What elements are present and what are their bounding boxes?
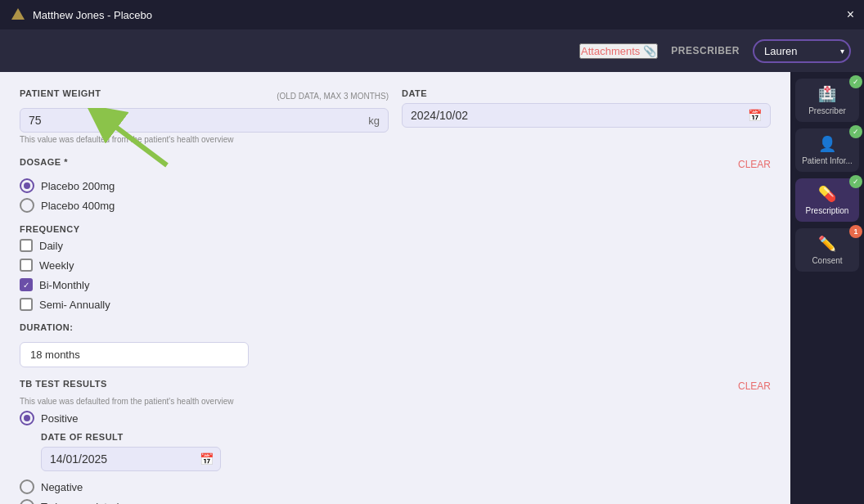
date-label: DATE xyxy=(402,88,771,98)
radio-item-placebo200[interactable]: Placebo 200mg xyxy=(20,178,771,193)
date-input[interactable] xyxy=(411,109,741,122)
weight-input[interactable] xyxy=(29,114,368,127)
patient-info-check-badge: ✓ xyxy=(849,125,862,138)
checkbox-weekly xyxy=(20,259,33,272)
prescriber-select[interactable]: Lauren Dr. Smith Dr. Jones xyxy=(753,39,851,63)
weight-header: PATIENT WEIGHT (OLD DATA, MAX 3 MONTHS) xyxy=(20,88,389,103)
radio-placebo200-label: Placebo 200mg xyxy=(41,180,115,192)
radio-positive-circle xyxy=(20,411,34,425)
checkbox-semiannually-label: Semi- Annually xyxy=(39,299,110,311)
tb-clear-button[interactable]: CLEAR xyxy=(738,380,771,392)
radio-item-positive[interactable]: Positive xyxy=(20,411,771,425)
tb-other-options: Negative To be completed xyxy=(20,479,771,504)
calendar-icon[interactable]: 📅 xyxy=(748,109,762,122)
dosage-section: DOSAGE * CLEAR Placebo 200mg Placebo 400… xyxy=(20,157,771,213)
frequency-section: FREQUENCY Daily Weekly Bi-Monthly xyxy=(20,224,771,311)
weight-unit: kg xyxy=(368,115,380,127)
dosage-radio-group: Placebo 200mg Placebo 400mg xyxy=(20,178,771,213)
content-area: PATIENT WEIGHT (OLD DATA, MAX 3 MONTHS) … xyxy=(0,72,790,504)
topbar: Matthew Jones - Placebo × xyxy=(0,0,864,29)
weight-section: PATIENT WEIGHT (OLD DATA, MAX 3 MONTHS) … xyxy=(20,88,389,144)
checkbox-item-weekly[interactable]: Weekly xyxy=(20,259,771,272)
prescription-check-badge: ✓ xyxy=(849,175,862,188)
checkbox-bimonthly-label: Bi-Monthly xyxy=(39,279,89,291)
checkbox-daily xyxy=(20,239,33,252)
patient-weight-label: PATIENT WEIGHT xyxy=(20,88,101,98)
dosage-header: DOSAGE * CLEAR xyxy=(20,157,771,172)
radio-placebo400-circle xyxy=(20,198,34,213)
weight-date-row: PATIENT WEIGHT (OLD DATA, MAX 3 MONTHS) … xyxy=(20,88,771,144)
radio-placebo400-label: Placebo 400mg xyxy=(41,200,115,212)
prescriber-icon: 🏥 xyxy=(818,85,836,103)
consent-notif-badge: 1 xyxy=(849,225,862,238)
attachments-button[interactable]: Attachments 📎 xyxy=(579,43,658,59)
duration-section: DURATION: xyxy=(20,322,771,367)
checkbox-item-bimonthly[interactable]: Bi-Monthly xyxy=(20,278,771,291)
checkbox-item-daily[interactable]: Daily xyxy=(20,239,771,252)
date-of-result-section: DATE OF RESULT 📅 xyxy=(41,432,771,471)
radio-negative-label: Negative xyxy=(41,481,83,493)
tb-header: TB TEST RESULTS CLEAR xyxy=(20,379,771,394)
prescriber-select-wrapper: Lauren Dr. Smith Dr. Jones ▾ xyxy=(753,39,851,63)
frequency-label: FREQUENCY xyxy=(20,224,771,234)
radio-item-placebo400[interactable]: Placebo 400mg xyxy=(20,198,771,213)
duration-label: DURATION: xyxy=(20,322,771,332)
dosage-label: DOSAGE * xyxy=(20,157,68,167)
checkbox-item-semiannually[interactable]: Semi- Annually xyxy=(20,298,771,311)
radio-item-negative[interactable]: Negative xyxy=(20,479,771,494)
date-section: DATE 📅 xyxy=(402,88,771,144)
topbar-title: Matthew Jones - Placebo xyxy=(33,9,152,21)
checkbox-daily-label: Daily xyxy=(39,240,63,252)
tb-positive-row: Positive DATE OF RESULT 📅 xyxy=(20,411,771,471)
sidebar-item-patient-info[interactable]: ✓ 👤 Patient Infor... xyxy=(795,128,859,172)
paperclip-icon: 📎 xyxy=(643,45,656,57)
checkbox-semiannually xyxy=(20,298,33,311)
radio-tobecompleted-circle xyxy=(20,499,34,504)
topbar-left: Matthew Jones - Placebo xyxy=(10,7,152,23)
header-bar: Attachments 📎 PRESCRIBER Lauren Dr. Smit… xyxy=(0,29,864,72)
sidebar-item-prescription[interactable]: ✓ 💊 Prescription xyxy=(795,178,859,222)
tb-label: TB TEST RESULTS xyxy=(20,379,107,389)
patient-info-icon: 👤 xyxy=(818,135,836,153)
sidebar: ✓ 🏥 Prescriber ✓ 👤 Patient Infor... ✓ 💊 … xyxy=(790,72,864,504)
duration-input[interactable] xyxy=(20,342,249,367)
sidebar-prescription-label: Prescription xyxy=(806,206,849,215)
sidebar-item-prescriber[interactable]: ✓ 🏥 Prescriber xyxy=(795,79,859,122)
date-input-wrapper: 📅 xyxy=(402,103,771,128)
radio-negative-circle xyxy=(20,479,34,494)
svg-marker-0 xyxy=(11,8,25,20)
dosage-clear-button[interactable]: CLEAR xyxy=(738,159,771,170)
prescription-icon: 💊 xyxy=(818,185,836,203)
prescriber-label: PRESCRIBER xyxy=(671,45,740,56)
topbar-right: × xyxy=(847,7,854,22)
attachments-label: Attachments xyxy=(581,45,640,57)
date-of-result-input-wrapper: 📅 xyxy=(41,447,221,471)
tb-field-note: This value was defaulted from the patien… xyxy=(20,397,771,406)
checkbox-weekly-label: Weekly xyxy=(39,259,74,272)
consent-icon: ✏️ xyxy=(818,235,836,253)
app-logo xyxy=(10,7,26,23)
weight-field-note: This value was defaulted from the patien… xyxy=(20,135,389,144)
radio-positive-label: Positive xyxy=(41,412,79,425)
radio-placebo200-circle xyxy=(20,178,34,193)
checkbox-bimonthly xyxy=(20,278,33,291)
main-layout: PATIENT WEIGHT (OLD DATA, MAX 3 MONTHS) … xyxy=(0,72,864,504)
sidebar-consent-label: Consent xyxy=(812,256,842,265)
frequency-checkbox-group: Daily Weekly Bi-Monthly Semi- Annually xyxy=(20,239,771,311)
date-of-result-label: DATE OF RESULT xyxy=(41,432,771,442)
prescriber-check-badge: ✓ xyxy=(849,75,862,88)
tb-section: TB TEST RESULTS CLEAR This value was def… xyxy=(20,379,771,504)
sidebar-patient-info-label: Patient Infor... xyxy=(802,156,853,165)
close-button[interactable]: × xyxy=(847,7,854,22)
radio-tobecompleted-label: To be completed xyxy=(41,501,119,505)
sidebar-prescriber-label: Prescriber xyxy=(808,106,846,115)
sidebar-item-consent[interactable]: 1 ✏️ Consent xyxy=(795,228,859,272)
date-of-result-input[interactable] xyxy=(50,452,193,466)
date-of-result-calendar-icon[interactable]: 📅 xyxy=(200,452,214,466)
old-data-note: (OLD DATA, MAX 3 MONTHS) xyxy=(277,92,389,101)
content-wrapper: PATIENT WEIGHT (OLD DATA, MAX 3 MONTHS) … xyxy=(20,88,771,504)
radio-item-tobecompleted[interactable]: To be completed xyxy=(20,499,771,504)
weight-input-wrapper: kg xyxy=(20,108,389,133)
